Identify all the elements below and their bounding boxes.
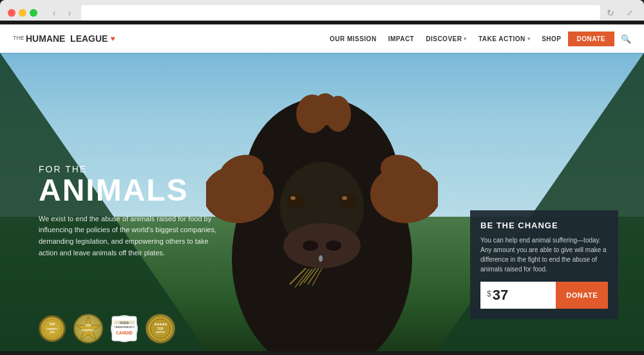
widget-description: You can help end animal suffering—today.… xyxy=(480,235,608,274)
logo-humane: HUMANE xyxy=(26,33,65,44)
svg-text:TOP: TOP xyxy=(85,324,91,327)
nav-item-take-action[interactable]: TAKE ACTION ▾ xyxy=(478,35,530,42)
badge-top-nonprofit: TOP NONPROF. xyxy=(73,314,103,343)
maximize-dot[interactable] xyxy=(30,9,37,17)
logo-heart-icon: ♥ xyxy=(110,34,115,43)
forward-button[interactable]: › xyxy=(63,6,76,19)
site-navigation: THE HUMANE LEAGUE ♥ OUR MISSION IMPACT D… xyxy=(0,24,644,53)
nav-item-shop[interactable]: SHOP xyxy=(542,35,561,42)
nav-donate-button[interactable]: DONATE xyxy=(568,32,614,46)
svg-point-11 xyxy=(303,241,318,251)
svg-text:NONPROF.: NONPROF. xyxy=(82,329,95,332)
nav-links-list: OUR MISSION IMPACT DISCOVER ▾ TAKE ACTIO… xyxy=(330,35,562,42)
donate-widget: BE THE CHANGE You can help end animal su… xyxy=(470,210,618,319)
badge-top-charity: TOP CHARITY 2022 xyxy=(39,315,66,342)
url-input[interactable] xyxy=(81,5,600,21)
svg-text:TOP: TOP xyxy=(49,323,55,326)
svg-text:Transparency: Transparency xyxy=(114,326,135,329)
badge-candid: Food Transparency Candid xyxy=(111,315,138,342)
url-bar-container: ↻ ⤢ xyxy=(81,5,636,21)
expand-button[interactable]: ⤢ xyxy=(623,6,636,19)
browser-dots xyxy=(8,9,37,17)
nav-item-our-mission[interactable]: OUR MISSION xyxy=(330,35,377,42)
svg-text:2022: 2022 xyxy=(50,331,55,334)
award-badges: TOP CHARITY 2022 TOP NONPROF. Food Trans… xyxy=(39,314,175,343)
dollar-sign: $ xyxy=(487,289,491,298)
logo-league: LEAGUE xyxy=(70,33,108,44)
donate-button[interactable]: DONATE xyxy=(556,282,608,309)
svg-marker-29 xyxy=(76,316,100,340)
cow-image xyxy=(206,78,438,349)
svg-point-12 xyxy=(326,241,341,251)
hero-section: FOR THE ANIMALS We exist to end the abus… xyxy=(0,53,644,351)
svg-point-14 xyxy=(339,194,357,208)
svg-point-16 xyxy=(342,196,347,200)
search-icon[interactable]: 🔍 xyxy=(621,34,631,44)
svg-point-23 xyxy=(319,255,323,262)
svg-text:★★★★★: ★★★★★ xyxy=(154,323,167,326)
website-content: THE HUMANE LEAGUE ♥ OUR MISSION IMPACT D… xyxy=(0,24,644,351)
nav-item-impact[interactable]: IMPACT xyxy=(388,35,415,42)
donate-amount-value[interactable]: 37 xyxy=(493,287,508,304)
hero-text-content: FOR THE ANIMALS We exist to end the abus… xyxy=(39,164,219,259)
widget-title: BE THE CHANGE xyxy=(480,221,608,230)
logo-the: THE xyxy=(13,35,24,41)
svg-text:Food: Food xyxy=(120,322,129,325)
browser-navigation: ‹ › xyxy=(48,6,76,19)
site-logo[interactable]: THE HUMANE LEAGUE ♥ xyxy=(13,33,115,44)
svg-text:RATED: RATED xyxy=(156,331,165,334)
hero-description: We exist to end the abuse of animals rai… xyxy=(39,214,219,259)
hero-animals-text: ANIMALS xyxy=(39,175,219,206)
svg-point-10 xyxy=(283,223,361,268)
svg-point-13 xyxy=(287,194,305,208)
chevron-down-icon: ▾ xyxy=(464,36,467,42)
nav-item-discover[interactable]: DISCOVER ▾ xyxy=(426,35,467,42)
back-button[interactable]: ‹ xyxy=(48,6,61,19)
svg-text:Candid: Candid xyxy=(116,331,133,335)
minimize-dot[interactable] xyxy=(19,9,26,17)
svg-text:CHARITY: CHARITY xyxy=(46,327,58,331)
chevron-down-icon: ▾ xyxy=(527,36,531,42)
browser-titlebar: ‹ › ↻ ⤢ xyxy=(8,5,636,21)
badge-top-rated: ★★★★★ TOP RATED xyxy=(146,314,175,343)
svg-point-8 xyxy=(325,96,351,132)
svg-text:TOP: TOP xyxy=(157,327,163,331)
svg-point-15 xyxy=(290,196,296,200)
donate-input-row: $ 37 DONATE xyxy=(480,282,608,309)
donate-amount-box[interactable]: $ 37 xyxy=(480,282,556,309)
browser-chrome: ‹ › ↻ ⤢ xyxy=(0,0,644,21)
close-dot[interactable] xyxy=(8,9,15,17)
refresh-button[interactable]: ↻ xyxy=(604,6,617,19)
